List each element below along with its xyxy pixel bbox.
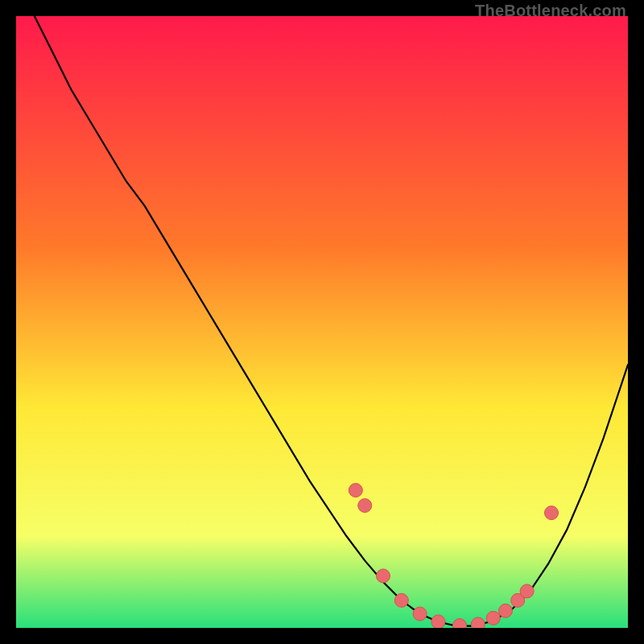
- data-point: [377, 569, 390, 583]
- chart-frame: [16, 16, 628, 628]
- data-point: [471, 617, 485, 628]
- data-point: [520, 584, 534, 598]
- bottleneck-plot: [16, 16, 628, 628]
- data-point: [358, 499, 372, 513]
- data-point: [431, 615, 445, 628]
- data-point: [499, 604, 513, 617]
- watermark-text: TheBottleneck.com: [475, 2, 626, 20]
- gradient-background: [16, 16, 628, 628]
- data-point: [349, 484, 362, 497]
- data-point: [413, 607, 427, 621]
- data-point: [394, 593, 408, 607]
- data-point: [545, 506, 559, 520]
- data-point: [486, 611, 500, 625]
